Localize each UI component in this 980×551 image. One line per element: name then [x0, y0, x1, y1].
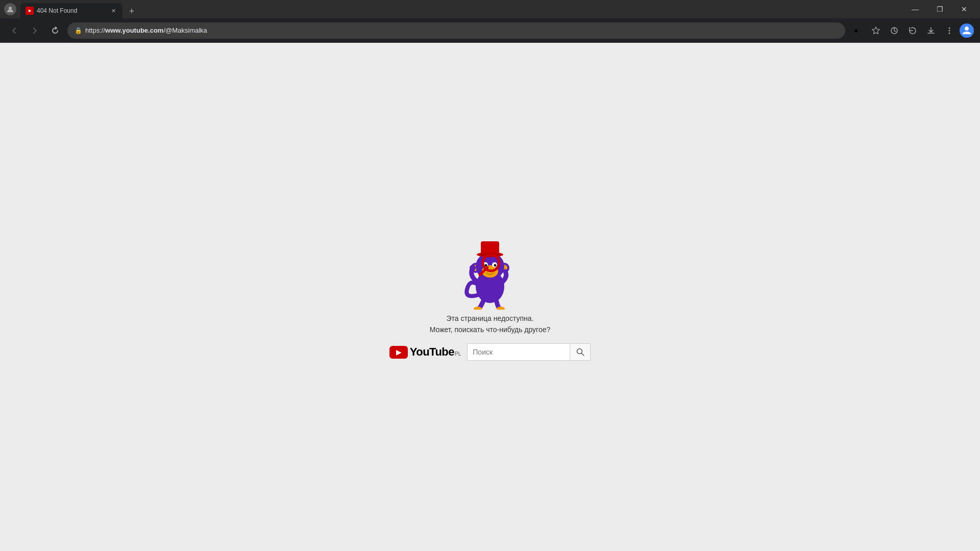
page-content: Эта страница недоступна. Может, поискать…: [0, 43, 980, 551]
title-bar: 404 Not Found ✕ + — ❐ ✕: [0, 0, 980, 18]
window-buttons: — ❐ ✕: [903, 1, 976, 17]
close-button[interactable]: ✕: [952, 1, 976, 17]
nav-bar: 🔒 https://www.youtube.com/@Maksimalka ✦: [0, 18, 980, 43]
search-input[interactable]: [468, 344, 570, 360]
svg-point-21: [470, 265, 476, 271]
tab-close-button[interactable]: ✕: [109, 7, 117, 15]
restore-button[interactable]: ❐: [928, 1, 951, 17]
youtube-icon: [389, 346, 408, 359]
search-box: [467, 343, 591, 361]
new-tab-button[interactable]: +: [125, 4, 139, 18]
tab-title: 404 Not Found: [37, 7, 106, 14]
forward-button[interactable]: [27, 22, 43, 39]
address-bar[interactable]: 🔒 https://www.youtube.com/@Maksimalka: [67, 22, 845, 39]
history-icon[interactable]: [904, 22, 921, 39]
error-message: Эта страница недоступна. Может, поискать…: [430, 313, 551, 336]
svg-point-4: [949, 30, 950, 31]
svg-text:✦: ✦: [853, 27, 860, 35]
tab-favicon: [26, 7, 34, 15]
window-controls-left: [4, 3, 16, 15]
error-container: Эта страница недоступна. Может, поискать…: [389, 233, 591, 361]
reload-button[interactable]: [47, 22, 63, 39]
error-line-1: Эта страница недоступна.: [430, 313, 551, 324]
error-line-2: Может, поискать что-нибудь другое?: [430, 324, 551, 335]
active-tab[interactable]: 404 Not Found ✕: [20, 3, 122, 18]
refresh-icon[interactable]: [886, 22, 902, 39]
favorites-icon[interactable]: [868, 22, 884, 39]
address-domain: www.youtube.com: [105, 27, 163, 34]
address-path: /@Maksimalka: [163, 27, 207, 34]
youtube-text: YouTube: [410, 345, 454, 359]
youtube-logo[interactable]: YouTube PL: [389, 345, 461, 359]
copilot-icon[interactable]: ✦: [849, 22, 866, 39]
search-icon: [576, 348, 584, 356]
nav-actions: ✦: [849, 22, 974, 39]
svg-point-5: [949, 32, 950, 34]
search-button[interactable]: [570, 344, 590, 360]
monkey-illustration: [449, 233, 531, 305]
profile-button[interactable]: [960, 23, 974, 38]
address-text: https://www.youtube.com/@Maksimalka: [85, 27, 838, 34]
more-options-icon[interactable]: [941, 22, 958, 39]
svg-line-27: [581, 354, 584, 356]
svg-point-3: [949, 27, 950, 29]
tabs-area: 404 Not Found ✕ +: [20, 0, 901, 18]
minimize-button[interactable]: —: [903, 1, 927, 17]
downloads-icon[interactable]: [923, 22, 939, 39]
svg-point-16: [494, 264, 496, 266]
lock-icon: 🔒: [75, 27, 82, 34]
back-button[interactable]: [6, 22, 22, 39]
search-area: YouTube PL: [389, 343, 591, 361]
browser-profile-icon[interactable]: [4, 3, 16, 15]
youtube-suffix: PL: [455, 351, 461, 357]
